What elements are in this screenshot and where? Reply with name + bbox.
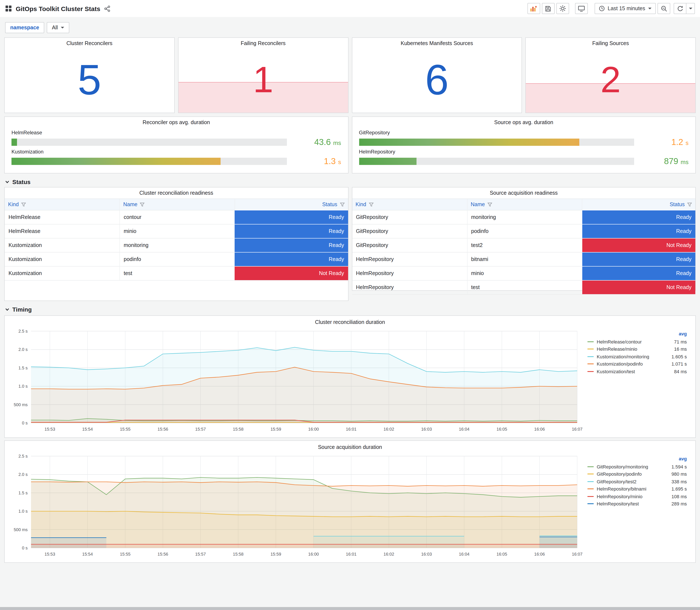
legend-item[interactable]: HelmRepository/bitnami1.695 s — [587, 485, 687, 493]
status-badge: Ready — [234, 238, 348, 252]
legend-item[interactable]: HelmRepository/minio108 ms — [587, 493, 687, 500]
y-tick-label: 1.0 s — [18, 509, 28, 514]
bar-gauge-track — [12, 158, 287, 165]
share-icon[interactable] — [104, 5, 111, 12]
legend-avg-header[interactable]: avg — [587, 331, 687, 338]
cell-kind: GitRepository — [352, 238, 467, 252]
filter-icon[interactable] — [21, 202, 26, 207]
table-row: HelmReleasecontourReady — [5, 210, 348, 224]
variable-label-namespace[interactable]: namespace — [5, 22, 44, 33]
refresh-button[interactable] — [674, 3, 686, 14]
filter-icon[interactable] — [140, 202, 145, 207]
status-badge: Not Ready — [234, 266, 348, 280]
stat-value: 6 — [352, 46, 522, 113]
legend-avg-value: 289 ms — [671, 501, 687, 507]
legend-avg-value: 1.071 s — [671, 362, 687, 367]
panel-title[interactable]: Reconciler ops avg. duration — [12, 117, 341, 128]
column-header-kind[interactable]: Kind — [352, 199, 467, 210]
x-tick-label: 16:05 — [496, 427, 507, 432]
section-row-status[interactable]: Status — [5, 178, 695, 185]
x-tick-label: 15:58 — [233, 552, 244, 557]
zoom-out-button[interactable] — [657, 3, 670, 14]
filter-icon[interactable] — [488, 202, 492, 207]
refresh-interval-dropdown[interactable] — [686, 3, 695, 14]
filter-icon[interactable] — [340, 202, 344, 207]
legend-avg-value: 338 ms — [671, 479, 687, 484]
legend-avg-value: 1.695 s — [671, 486, 687, 492]
series-color-swatch — [587, 488, 594, 489]
dashboard-settings-button[interactable] — [556, 3, 569, 14]
cell-kind: GitRepository — [352, 210, 467, 224]
x-tick-label: 16:01 — [346, 552, 357, 557]
panel-title[interactable]: Source ops avg. duration — [359, 117, 688, 128]
series-fill — [540, 537, 577, 548]
tables-row: Cluster reconciliation readiness Kind Na… — [4, 187, 696, 301]
save-dashboard-button[interactable] — [542, 3, 555, 14]
x-tick-label: 16:07 — [572, 427, 583, 432]
table-row: HelmRepositoryminioReady — [352, 266, 695, 280]
column-header-kind[interactable]: Kind — [5, 199, 120, 210]
legend-item[interactable]: Kustomization/test84 ms — [587, 368, 687, 375]
column-header-status[interactable]: Status — [234, 199, 348, 210]
column-header-name[interactable]: Name — [120, 199, 234, 210]
legend-avg-value: 108 ms — [671, 494, 687, 499]
panel-title[interactable]: Cluster reconciliation readiness — [5, 188, 348, 198]
cell-name: minio — [120, 224, 234, 238]
x-tick-label: 15:54 — [82, 427, 93, 432]
panel-title[interactable]: Source acquisition duration — [7, 442, 693, 453]
cycle-view-mode-button[interactable] — [575, 3, 588, 14]
legend-item[interactable]: HelmRepository/test289 ms — [587, 500, 687, 508]
add-panel-button[interactable] — [527, 3, 540, 14]
cell-name: bitnami — [467, 252, 582, 266]
legend-series-name: Kustomization/test — [597, 369, 674, 374]
stat-value: 5 — [5, 46, 174, 113]
stat-panel-kubernetes-manifests-sources: Kubernetes Manifests Sources 6 — [352, 37, 522, 113]
filter-icon[interactable] — [369, 202, 373, 207]
dashboard-header: GitOps Toolkit Cluster Stats La — [0, 0, 700, 17]
cell-kind: HelmRepository — [352, 280, 467, 294]
filter-icon[interactable] — [687, 202, 692, 207]
legend-series-name: GitRepository/test2 — [597, 479, 671, 484]
series-color-swatch — [587, 481, 594, 482]
stat-panels-row: Cluster Reconcilers 5 Failing Reconciler… — [4, 37, 696, 113]
legend-item[interactable]: GitRepository/monitoring1.594 s — [587, 463, 687, 470]
legend-item[interactable]: HelmRelease/contour71 ms — [587, 338, 687, 346]
legend-item[interactable]: GitRepository/podinfo980 ms — [587, 470, 687, 478]
cell-name: podinfo — [467, 224, 582, 238]
scrollbar-track[interactable] — [0, 607, 700, 610]
variable-selected-value: All — [52, 25, 58, 31]
column-header-name[interactable]: Name — [467, 199, 582, 210]
dashboard-grid-icon[interactable] — [5, 5, 12, 12]
x-tick-label: 16:04 — [459, 427, 469, 432]
panel-title[interactable]: Source acquisition readiness — [352, 188, 695, 198]
y-tick-label: 2.0 s — [18, 347, 28, 352]
time-series-plot[interactable]: 15:5315:5415:5515:5615:5715:5815:5916:00… — [7, 328, 583, 434]
y-tick-label: 500 ms — [14, 527, 28, 532]
chart-legend: avg HelmRelease/contour71 msHelmRelease/… — [583, 328, 690, 434]
legend-item[interactable]: GitRepository/test2338 ms — [587, 478, 687, 485]
column-header-status[interactable]: Status — [582, 199, 695, 210]
legend-item[interactable]: Kustomization/podinfo1.071 s — [587, 360, 687, 368]
panel-cluster-reconciliation-readiness: Cluster reconciliation readiness Kind Na… — [4, 187, 348, 301]
time-picker-button[interactable]: Last 15 minutes — [595, 3, 656, 14]
clock-icon — [599, 5, 605, 12]
section-row-timing[interactable]: Timing — [5, 306, 695, 313]
legend-item[interactable]: HelmRelease/minio16 ms — [587, 346, 687, 353]
time-series-plot[interactable]: 15:5315:5415:5515:5615:5715:5815:5916:00… — [7, 453, 583, 559]
legend-item[interactable]: Kustomization/monitoring1.605 s — [587, 353, 687, 360]
chart-row: Cluster reconciliation duration 15:5315:… — [4, 316, 696, 438]
cell-kind: GitRepository — [352, 224, 467, 238]
table-row: GitRepositorypodinfoReady — [352, 224, 695, 238]
bar-gauge-track — [12, 139, 287, 146]
status-badge: Ready — [582, 210, 695, 224]
bar-gauge-track — [359, 139, 634, 146]
panel-source-acquisition-duration: Source acquisition duration 15:5315:5415… — [4, 440, 696, 563]
section-title: Timing — [12, 306, 32, 313]
panel-title[interactable]: Cluster reconciliation duration — [7, 317, 693, 328]
gauge-row: HelmRepository 879 ms — [359, 149, 688, 166]
section-title: Status — [12, 178, 31, 185]
legend-avg-header[interactable]: avg — [587, 456, 687, 463]
gauge-row: HelmRelease 43.6 ms — [12, 130, 341, 147]
variable-value-dropdown[interactable]: All — [47, 22, 69, 33]
x-tick-label: 15:56 — [158, 427, 168, 432]
